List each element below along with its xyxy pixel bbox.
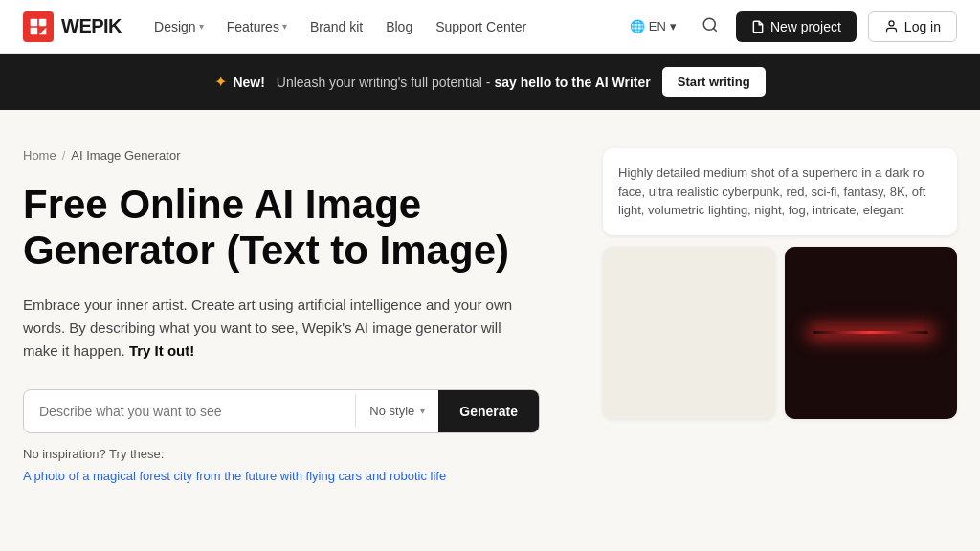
page-title: Free Online AI Image Generator (Text to … — [23, 182, 565, 275]
prompt-preview-card: Highly detailed medium shot of a superhe… — [603, 148, 957, 235]
nav-right: 🌐 EN ▾ New project Log in — [622, 11, 957, 43]
svg-rect-2 — [31, 27, 38, 34]
login-button[interactable]: Log in — [868, 11, 957, 42]
breadcrumb-home[interactable]: Home — [23, 148, 56, 163]
user-icon — [884, 19, 899, 33]
search-icon — [702, 16, 719, 33]
breadcrumb-separator: / — [62, 148, 66, 163]
star-icon: ✦ — [214, 73, 227, 91]
main-content: Home / AI Image Generator Free Online AI… — [0, 110, 980, 506]
nav-brand-kit[interactable]: Brand kit — [301, 13, 372, 40]
banner-new-badge: ✦ New! — [214, 73, 264, 91]
prompt-input[interactable] — [24, 390, 355, 432]
inspiration-prefix: No inspiration? Try these: — [23, 447, 164, 461]
globe-icon: 🌐 — [630, 19, 645, 33]
new-project-button[interactable]: New project — [736, 11, 857, 42]
style-selector[interactable]: No style ▾ — [355, 394, 438, 428]
right-panel: Highly detailed medium shot of a superhe… — [603, 148, 957, 483]
svg-rect-1 — [39, 18, 47, 26]
generator-input-row: No style ▾ Generate — [23, 389, 540, 433]
nav-support-center[interactable]: Support Center — [426, 13, 536, 40]
image-grid — [603, 247, 957, 419]
hero-description: Embrace your inner artist. Create art us… — [23, 294, 521, 363]
generated-image-2[interactable] — [785, 247, 957, 419]
wepik-logo-svg — [29, 17, 48, 36]
banner-text: Unleash your writing's full potential - … — [277, 75, 651, 90]
breadcrumb: Home / AI Image Generator — [23, 148, 565, 163]
breadcrumb-current: AI Image Generator — [71, 148, 180, 163]
glow-effect — [813, 331, 928, 334]
design-chevron-icon: ▾ — [199, 21, 204, 32]
logo[interactable]: WEPIK — [23, 11, 122, 42]
navbar: WEPIK Design ▾ Features ▾ Brand kit Blog… — [0, 0, 980, 54]
logo-icon — [23, 11, 54, 42]
svg-rect-0 — [31, 18, 38, 26]
svg-line-5 — [713, 28, 716, 31]
search-button[interactable] — [696, 11, 724, 43]
logo-name: WEPIK — [61, 15, 122, 37]
prompt-card-text: Highly detailed medium shot of a superhe… — [618, 165, 925, 217]
language-selector[interactable]: 🌐 EN ▾ — [622, 15, 684, 37]
svg-marker-3 — [39, 27, 47, 34]
promo-banner: ✦ New! Unleash your writing's full poten… — [0, 54, 980, 110]
svg-point-6 — [889, 21, 894, 26]
start-writing-button[interactable]: Start writing — [662, 67, 766, 97]
nav-links: Design ▾ Features ▾ Brand kit Blog Suppo… — [145, 13, 599, 40]
left-panel: Home / AI Image Generator Free Online AI… — [23, 148, 565, 483]
nav-design[interactable]: Design ▾ — [145, 13, 213, 40]
svg-point-4 — [703, 18, 715, 30]
nav-blog[interactable]: Blog — [376, 13, 422, 40]
style-chevron-icon: ▾ — [420, 406, 425, 416]
generated-image-1[interactable] — [603, 247, 775, 419]
features-chevron-icon: ▾ — [282, 21, 287, 32]
nav-features[interactable]: Features ▾ — [217, 13, 297, 40]
inspiration-link[interactable]: A photo of a magical forest city from th… — [23, 469, 446, 483]
lang-chevron-icon: ▾ — [670, 19, 677, 33]
inspiration-row: No inspiration? Try these: A photo of a … — [23, 447, 540, 483]
document-icon — [751, 20, 765, 33]
generate-button[interactable]: Generate — [438, 390, 539, 432]
